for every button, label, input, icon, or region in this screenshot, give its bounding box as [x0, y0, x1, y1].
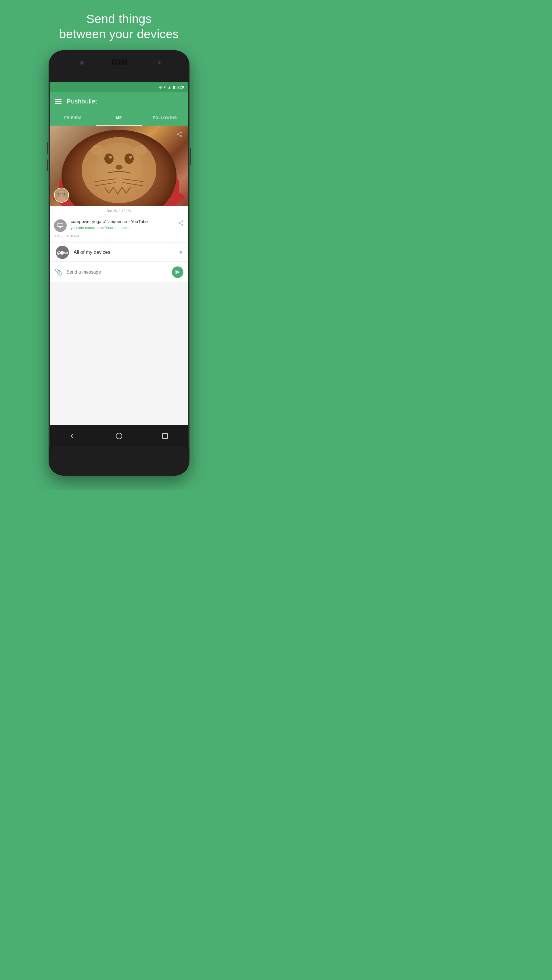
vol-up-button	[47, 142, 48, 154]
dropdown-arrow-icon[interactable]: ▾	[179, 249, 182, 256]
post-image	[50, 126, 188, 206]
bottom-nav	[50, 425, 188, 447]
link-title: corepower yoga c1 sequence - YouTube	[71, 219, 174, 224]
tabs-bar: FRIENDS ME FOLLOWING	[50, 111, 188, 126]
content-area: Jun 26, 1:18 PM corepower yoga c1 sequen…	[50, 126, 188, 425]
svg-point-8	[129, 156, 132, 159]
image-post	[50, 126, 188, 206]
infinity-icon: ∞	[56, 246, 69, 259]
link-card: corepower yoga c1 sequence - YouTube you…	[50, 215, 188, 242]
headline: Send things between your devices	[59, 11, 179, 42]
svg-point-18	[116, 433, 122, 439]
svg-point-7	[109, 156, 112, 159]
link-timestamp: Jun 26, 1:18 PM	[54, 234, 184, 238]
user-avatar	[54, 188, 69, 203]
send-button[interactable]	[172, 266, 183, 278]
tab-me[interactable]: ME	[96, 111, 142, 126]
svg-point-13	[58, 190, 65, 197]
tab-friends[interactable]: FRIENDS	[50, 111, 96, 126]
battery-icon: ▮	[173, 85, 175, 89]
tab-following[interactable]: FOLLOWING	[142, 111, 188, 126]
svg-point-6	[124, 153, 134, 164]
speaker-grille	[110, 59, 128, 65]
time-display: 6:29	[177, 85, 184, 89]
svg-point-9	[116, 165, 123, 170]
message-input[interactable]	[66, 270, 168, 275]
svg-point-5	[104, 153, 113, 164]
link-share-button[interactable]	[178, 219, 184, 226]
app-bar: Pushbullet	[50, 92, 188, 111]
post-timestamp: Jun 26, 1:18 PM	[50, 206, 188, 215]
front-camera	[80, 61, 84, 65]
menu-button[interactable]	[55, 99, 62, 104]
svg-point-10	[91, 145, 104, 155]
vol-down-button	[47, 159, 48, 171]
svg-rect-14	[57, 197, 66, 202]
wifi-icon: ▾	[164, 85, 166, 89]
power-button	[190, 148, 191, 165]
svg-rect-19	[163, 433, 168, 439]
phone-screen: ⊙ ▾ ▲ ▮ 6:29 Pushbullet FRIENDS ME FOLLO…	[50, 82, 188, 447]
svg-point-11	[134, 145, 147, 155]
recents-button[interactable]	[158, 429, 172, 443]
signal-icon: ▲	[168, 85, 171, 89]
bottom-bezel	[49, 447, 190, 476]
share-button[interactable]	[174, 129, 185, 139]
status-bar: ⊙ ▾ ▲ ▮ 6:29	[50, 82, 188, 92]
device-selector[interactable]: ∞ All of my devices ▾	[50, 243, 188, 261]
app-title: Pushbullet	[67, 98, 97, 105]
device-name-label: All of my devices	[73, 250, 175, 255]
sensor-dot	[158, 61, 161, 64]
back-button[interactable]	[66, 429, 80, 443]
location-icon: ⊙	[159, 85, 162, 89]
link-row: corepower yoga c1 sequence - YouTube you…	[54, 219, 184, 232]
device-icon	[54, 219, 67, 232]
top-bezel	[49, 50, 190, 82]
link-text-block: corepower yoga c1 sequence - YouTube you…	[71, 219, 174, 230]
link-url: youtube.com/results?search_quer...	[71, 226, 174, 230]
status-icons: ⊙ ▾ ▲ ▮ 6:29	[159, 85, 184, 89]
phone-device: ⊙ ▾ ▲ ▮ 6:29 Pushbullet FRIENDS ME FOLLO…	[49, 50, 190, 476]
home-button[interactable]	[112, 429, 126, 443]
attachment-icon[interactable]: 📎	[54, 269, 62, 276]
message-input-row: 📎	[50, 262, 188, 282]
